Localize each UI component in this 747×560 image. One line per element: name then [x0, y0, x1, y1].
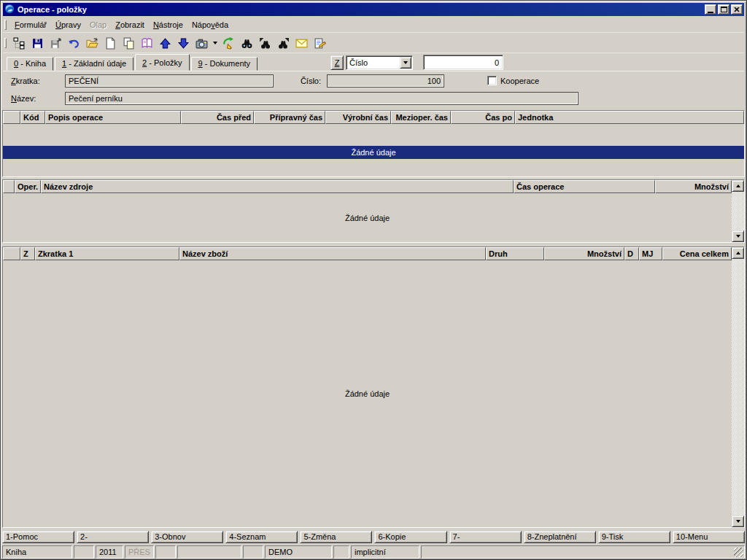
fkey-seznam[interactable]: 4-Seznam [225, 531, 298, 543]
undo-icon[interactable] [65, 35, 83, 52]
menu-nastroje[interactable]: Nástroje [149, 18, 187, 31]
resources-grid-header: Oper. Název zdroje Čas operace Množství [3, 180, 732, 193]
empty-state-text: Žádné údaje [3, 193, 732, 242]
filter-field-dropdown[interactable]: Číslo [346, 55, 413, 70]
column-header-mnozstvi[interactable]: Množství [655, 180, 732, 193]
tab-dokumenty[interactable]: 9 - Dokumenty [191, 57, 258, 71]
menu-olap: Olap [85, 18, 111, 31]
find-next-icon[interactable] [274, 35, 293, 52]
cislo-field[interactable] [327, 74, 444, 88]
column-header-jednotka[interactable]: Jednotka [515, 111, 744, 124]
operations-grid-header: Kód Popis operace Čas před Přípravný čas… [3, 111, 744, 124]
move-up-icon[interactable] [156, 35, 174, 52]
column-header-zkratka-1[interactable]: Zkratka 1 [35, 247, 179, 260]
column-header-nazev-zbozi[interactable]: Název zboží [179, 247, 486, 260]
tab-zakladni-udaje[interactable]: 1 - Základní údaje [55, 57, 133, 71]
filter-number-input[interactable] [423, 55, 503, 70]
save-icon[interactable] [28, 35, 47, 52]
mail-icon[interactable] [293, 35, 311, 52]
menu-napoveda[interactable]: Nápověda [187, 18, 233, 31]
fkey-kopie[interactable]: 6-Kopie [374, 531, 446, 543]
fkey-obnov[interactable]: 3-Obnov [151, 531, 223, 543]
scroll-track[interactable] [732, 192, 744, 230]
open-folder-icon[interactable] [83, 35, 101, 52]
menu-bar: Formulář Úpravy Olap Zobrazit Nástroje N… [3, 17, 744, 33]
menu-formular[interactable]: Formulář [10, 18, 51, 31]
column-header-cas-pred[interactable]: Čas před [181, 111, 254, 124]
menu-grip[interactable] [4, 20, 7, 30]
fkey-tisk[interactable]: 9-Tisk [598, 531, 670, 543]
find-previous-icon[interactable] [256, 35, 274, 52]
operations-grid-body: Žádné údaje [3, 124, 744, 176]
book-icon[interactable] [138, 35, 156, 52]
column-header-z[interactable]: Z [20, 247, 35, 260]
column-header[interactable] [3, 180, 15, 193]
fkey-pomoc[interactable]: 1-Pomoc [2, 531, 74, 543]
new-document-icon[interactable] [101, 35, 120, 52]
operations-grid: Kód Popis operace Čas před Přípravný čas… [2, 110, 745, 177]
fkey-7[interactable]: 7- [449, 531, 522, 543]
status-panel [177, 545, 241, 559]
column-header-oper[interactable]: Oper. [15, 180, 41, 193]
move-down-icon[interactable] [174, 35, 193, 52]
camera-icon[interactable] [193, 35, 211, 52]
tab-kniha[interactable]: 0 - Kniha [7, 57, 53, 71]
scroll-track[interactable] [732, 259, 744, 516]
notes-icon[interactable] [311, 35, 329, 52]
kooperace-checkbox[interactable] [487, 76, 497, 85]
save-close-icon[interactable] [47, 35, 65, 52]
fkey-2[interactable]: 2- [77, 531, 149, 543]
status-year: 2011 [96, 545, 123, 559]
scroll-down-icon[interactable] [732, 230, 744, 242]
column-header-d[interactable]: D [624, 247, 639, 260]
column-header[interactable] [3, 247, 20, 260]
maximize-icon[interactable] [718, 4, 729, 15]
nazev-field[interactable] [65, 92, 578, 105]
column-header-cas-po[interactable]: Čas po [451, 111, 515, 124]
items-scrollbar[interactable] [732, 247, 744, 527]
close-icon[interactable] [731, 4, 743, 15]
chevron-down-icon[interactable] [400, 57, 411, 69]
column-header-vyrobni-cas[interactable]: Výrobní čas [325, 111, 391, 124]
menu-upravy[interactable]: Úpravy [51, 18, 85, 31]
column-header-kod[interactable]: Kód [20, 111, 45, 124]
filter-field-value: Číslo [347, 56, 399, 69]
window-title: Operace - položky [18, 5, 703, 14]
resize-grip[interactable] [734, 548, 743, 557]
minimize-icon[interactable] [705, 4, 716, 15]
tab-polozky[interactable]: 2 - Položky [135, 54, 189, 71]
z-filter-button[interactable]: Z [330, 55, 344, 70]
scroll-down-icon[interactable] [732, 516, 744, 527]
column-header-mnozstvi[interactable]: Množství [544, 247, 624, 260]
fkey-menu[interactable]: 10-Menu [673, 531, 745, 543]
copy-icon[interactable] [120, 35, 138, 52]
menu-zobrazit[interactable]: Zobrazit [111, 18, 149, 31]
kooperace-label: Kooperace [500, 77, 539, 85]
app-icon [4, 4, 15, 15]
export-edit-icon[interactable] [220, 35, 238, 52]
items-grid: Z Zkratka 1 Název zboží Druh Množství D … [2, 246, 745, 528]
column-header-druh[interactable]: Druh [486, 247, 544, 260]
column-header-mezioper-cas[interactable]: Mezioper. čas [391, 111, 451, 124]
fkey-zmena[interactable]: 5-Změna [300, 531, 372, 543]
column-header-nazev-zdroje[interactable]: Název zdroje [41, 180, 514, 193]
record-form: Zkratka: Číslo: Kooperace Název: [3, 71, 744, 110]
status-panel [155, 545, 176, 559]
zkratka-field[interactable] [65, 74, 274, 88]
column-header-mj[interactable]: MJ [639, 247, 662, 260]
scroll-up-icon[interactable] [732, 180, 744, 192]
camera-dropdown-icon[interactable] [211, 35, 220, 52]
column-header-cena-celkem[interactable]: Cena celkem [662, 247, 732, 260]
column-header-pripravny-cas[interactable]: Přípravný čas [254, 111, 325, 124]
fkey-zneplatneni[interactable]: 8-Zneplatnění [524, 531, 596, 543]
column-header-popis-operace[interactable]: Popis operace [45, 111, 181, 124]
column-header-cas-operace[interactable]: Čas operace [514, 180, 655, 193]
toolbar-grip[interactable] [4, 38, 7, 48]
title-bar: Operace - položky [3, 3, 744, 16]
tree-view-icon[interactable] [10, 35, 28, 52]
scroll-up-icon[interactable] [732, 247, 744, 259]
resources-scrollbar[interactable] [732, 180, 744, 242]
column-header[interactable] [3, 111, 20, 124]
find-icon[interactable] [238, 35, 256, 52]
status-user: DEMO [265, 545, 332, 559]
